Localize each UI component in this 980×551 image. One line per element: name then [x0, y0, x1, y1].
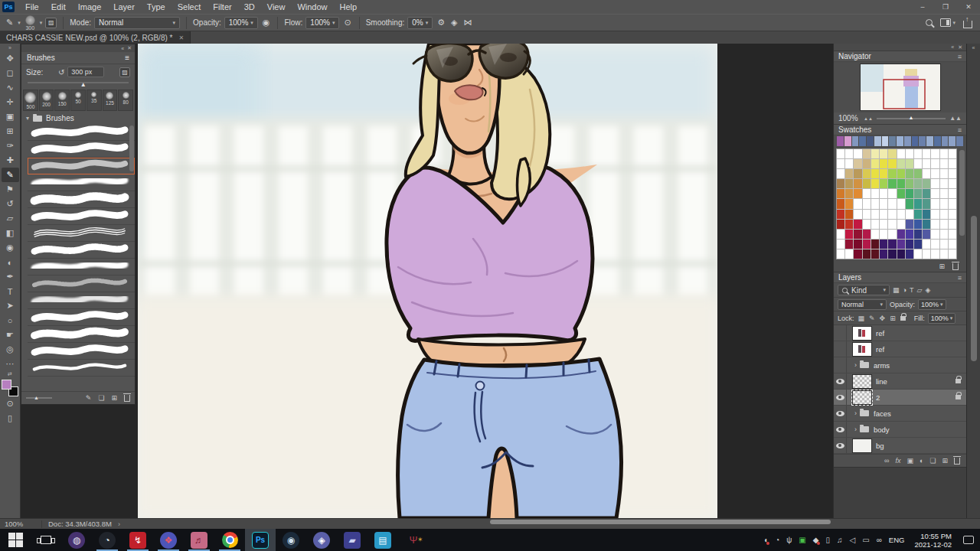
grid-swatch-r4c9[interactable]	[914, 189, 922, 198]
grid-swatch-r1c8[interactable]	[906, 159, 913, 168]
grid-swatch-r0c0[interactable]	[837, 149, 844, 158]
grid-swatch-r10c10[interactable]	[923, 249, 930, 259]
volume-tray-icon[interactable]: ◁	[850, 536, 856, 544]
navigator-zoom-value[interactable]: 100%	[838, 114, 860, 122]
grid-swatch-r5c4[interactable]	[871, 199, 879, 208]
swatch-15[interactable]	[942, 136, 949, 146]
grid-swatch-r6c9[interactable]	[914, 210, 922, 219]
search-icon[interactable]	[926, 19, 933, 26]
status-options-arrow-icon[interactable]: ›	[118, 520, 120, 528]
grid-swatch-r5c5[interactable]	[880, 199, 887, 208]
grid-swatch-r4c8[interactable]	[906, 189, 913, 198]
path-selection-tool[interactable]: ➤	[2, 298, 19, 313]
obs-tray-icon[interactable]: ◔	[775, 536, 779, 544]
swatch-17[interactable]	[956, 136, 963, 146]
grid-swatch-r3c9[interactable]	[914, 179, 922, 188]
opacity-select[interactable]: 100%▾	[224, 17, 258, 29]
type-tool[interactable]: T	[2, 284, 19, 298]
visibility-toggle[interactable]	[834, 357, 847, 373]
grid-swatch-r7c1[interactable]	[845, 220, 853, 229]
brush-preset-50[interactable]: 50	[70, 90, 86, 111]
menu-window[interactable]: Window	[291, 0, 333, 14]
grid-swatch-r0c7[interactable]	[897, 149, 905, 158]
grid-swatch-r8c1[interactable]	[845, 230, 853, 239]
filter-smart-object-icon[interactable]: ◈	[925, 286, 930, 294]
canvas-area[interactable]: « ✕ Brushes ≡ Size: ↺ 300 px ▨ ▲ 50020	[21, 44, 833, 518]
menu-filter[interactable]: Filter	[207, 0, 237, 14]
link-tray-icon[interactable]: ∞	[877, 536, 882, 544]
grid-swatch-r7c5[interactable]	[880, 220, 887, 229]
grid-swatch-r2c7[interactable]	[897, 169, 905, 178]
layer-thumbnail[interactable]	[853, 343, 871, 356]
grid-swatch-r4c4[interactable]	[871, 189, 879, 198]
grid-swatch-r8c6[interactable]	[888, 230, 896, 239]
grid-swatch-r9c8[interactable]	[906, 240, 913, 249]
lasso-tool[interactable]: ∿	[2, 80, 19, 95]
brush-stroke-8[interactable]	[28, 242, 135, 259]
filter-shape-icon[interactable]: ▱	[916, 286, 922, 294]
pressure-size-icon[interactable]: ◈	[449, 18, 459, 28]
swatch-4[interactable]	[859, 136, 866, 146]
grid-swatch-r1c2[interactable]	[854, 159, 861, 168]
audio-settings-tray-icon[interactable]: ♫	[837, 536, 843, 544]
grid-swatch-r3c8[interactable]	[906, 179, 913, 188]
grid-swatch-r2c13[interactable]	[949, 169, 956, 178]
grid-swatch-r5c12[interactable]	[940, 199, 948, 208]
brush-preset-150[interactable]: 150	[54, 90, 70, 111]
steam[interactable]: ◉	[276, 529, 306, 551]
menu-help[interactable]: Help	[334, 0, 364, 14]
brush-stroke-11[interactable]	[28, 292, 135, 309]
close-button[interactable]: ✕	[957, 0, 980, 14]
grid-swatch-r4c7[interactable]	[897, 189, 905, 198]
brush-tool[interactable]: ✎	[2, 168, 19, 182]
gradient-tool[interactable]: ◧	[2, 226, 19, 240]
screen-capture-tray-icon[interactable]: ▣	[799, 536, 805, 544]
grid-swatch-r10c9[interactable]	[914, 249, 922, 259]
screen-mode-button[interactable]: ▯	[2, 411, 19, 425]
grid-swatch-r1c7[interactable]	[897, 159, 905, 168]
history-brush-tool[interactable]: ↺	[2, 197, 19, 211]
group-expand-icon[interactable]: ›	[854, 361, 857, 369]
eyedropper-tool[interactable]: ✑	[2, 139, 19, 153]
grid-swatch-r3c1[interactable]	[845, 179, 853, 188]
canvas-horizontal-scrollbar[interactable]	[490, 520, 831, 524]
grid-swatch-r7c3[interactable]	[863, 220, 871, 229]
brushes-group-row[interactable]: ▾ Brushes	[21, 112, 135, 124]
grid-swatch-r10c1[interactable]	[845, 249, 853, 259]
grid-swatch-r3c3[interactable]	[863, 179, 871, 188]
filter-adjustment-icon[interactable]: ◑	[903, 286, 906, 294]
grid-swatch-r6c1[interactable]	[845, 210, 853, 219]
smoothing-options-gear-icon[interactable]: ⚙	[436, 18, 446, 28]
grid-swatch-r0c12[interactable]	[940, 149, 948, 158]
grid-swatch-r3c13[interactable]	[949, 179, 956, 188]
grid-swatch-r1c6[interactable]	[888, 159, 896, 168]
brush-stroke-15[interactable]	[28, 360, 135, 377]
layer-row-2[interactable]: 2	[834, 390, 966, 406]
lock-all-icon[interactable]	[900, 316, 906, 321]
grid-swatch-r2c3[interactable]	[863, 169, 871, 178]
grid-swatch-r4c6[interactable]	[888, 189, 896, 198]
brush-preset-200[interactable]: 200	[39, 90, 54, 111]
dock-scrollbar[interactable]	[971, 216, 977, 361]
grid-swatch-r5c1[interactable]	[845, 199, 853, 208]
controller-app[interactable]: ❖	[153, 529, 184, 551]
grid-swatch-r8c13[interactable]	[949, 230, 956, 239]
grid-swatch-r5c10[interactable]	[923, 199, 930, 208]
group-expand-icon[interactable]: ▾	[26, 115, 29, 122]
brush-stroke-1[interactable]	[28, 124, 135, 141]
grid-swatch-r8c2[interactable]	[854, 230, 861, 239]
navigator-thumbnail[interactable]	[861, 64, 940, 110]
eraser-tool[interactable]: ▱	[2, 211, 19, 226]
grid-swatch-r7c2[interactable]	[854, 220, 861, 229]
layer-thumbnail[interactable]	[853, 375, 871, 388]
workspace-switcher[interactable]: ▾	[940, 18, 956, 27]
layers-menu-icon[interactable]: ≡	[958, 274, 962, 282]
grid-swatch-r9c0[interactable]	[837, 240, 844, 249]
obs-studio[interactable]: ◔	[92, 529, 122, 551]
navigator-zoom-slider[interactable]: ▲	[877, 118, 946, 119]
task-view-button[interactable]	[31, 529, 61, 551]
grid-swatch-r8c7[interactable]	[897, 230, 905, 239]
brush-picker-caret-icon[interactable]: ▾	[40, 20, 43, 26]
layer-row-bg[interactable]: bg	[834, 438, 966, 454]
pen-tool[interactable]: ✒	[2, 269, 19, 284]
